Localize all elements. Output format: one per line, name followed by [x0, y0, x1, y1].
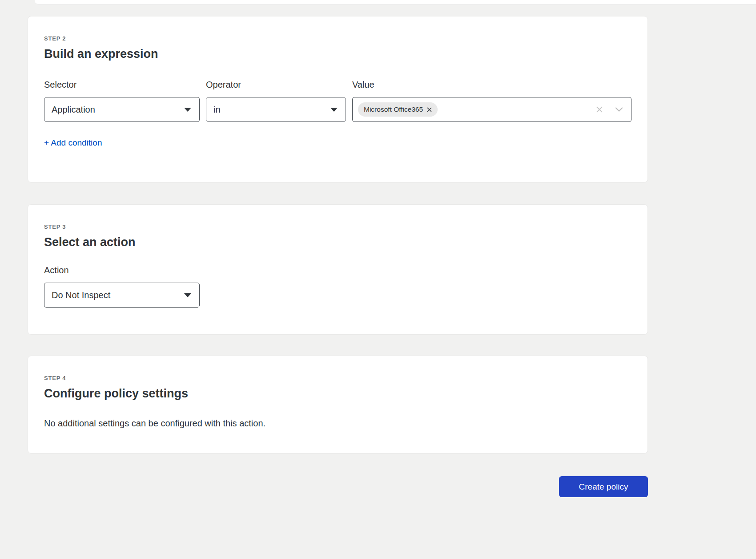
action-dropdown[interactable]: Do Not Inspect: [44, 283, 200, 308]
step2-label: STEP 2: [44, 35, 631, 42]
action-dropdown-value: Do Not Inspect: [52, 290, 110, 300]
chevron-down-icon[interactable]: [615, 106, 623, 113]
step2-card: STEP 2 Build an expression Selector Appl…: [28, 16, 648, 182]
selector-dropdown[interactable]: Application: [44, 97, 200, 122]
step3-title: Select an action: [44, 235, 631, 249]
operator-dropdown[interactable]: in: [206, 97, 346, 122]
chevron-down-icon: [184, 293, 191, 297]
previous-card-edge: [35, 0, 756, 4]
expression-row: Selector Application Operator in Value M…: [44, 80, 631, 122]
step3-label: STEP 3: [44, 223, 631, 230]
action-field-group: Action Do Not Inspect: [44, 265, 631, 308]
tag-remove-close-icon[interactable]: [427, 107, 432, 112]
step4-card: STEP 4 Configure policy settings No addi…: [28, 356, 648, 454]
chevron-down-icon: [330, 108, 338, 112]
value-controls: [595, 105, 623, 113]
policy-builder-page: STEP 2 Build an expression Selector Appl…: [0, 0, 756, 559]
value-multiselect[interactable]: Microsoft Office365: [352, 97, 631, 122]
value-label: Value: [352, 80, 631, 90]
step4-label: STEP 4: [44, 375, 631, 381]
action-label: Action: [44, 265, 631, 275]
selector-label: Selector: [44, 80, 200, 90]
selector-field-group: Selector Application: [44, 80, 200, 122]
add-condition-link[interactable]: + Add condition: [44, 138, 102, 148]
step3-card: STEP 3 Select an action Action Do Not In…: [28, 204, 648, 335]
no-settings-note: No additional settings can be configured…: [44, 418, 631, 429]
selector-dropdown-value: Application: [52, 105, 95, 115]
operator-dropdown-value: in: [213, 105, 221, 115]
step4-title: Configure policy settings: [44, 387, 631, 401]
chevron-down-icon: [184, 108, 191, 112]
value-tag: Microsoft Office365: [358, 102, 438, 117]
create-policy-button[interactable]: Create policy: [559, 476, 648, 497]
clear-value-close-icon[interactable]: [595, 105, 603, 113]
value-tag-label: Microsoft Office365: [364, 105, 423, 113]
operator-label: Operator: [206, 80, 346, 90]
step2-title: Build an expression: [44, 47, 631, 61]
value-field-group: Value Microsoft Office365: [352, 80, 631, 122]
operator-field-group: Operator in: [206, 80, 346, 122]
